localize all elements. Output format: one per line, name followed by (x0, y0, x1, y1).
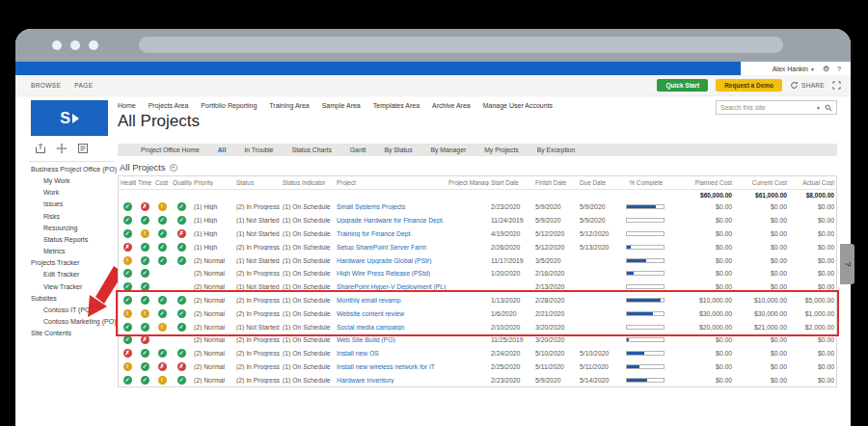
sidebar-item[interactable]: Status Reports (31, 234, 118, 246)
column-header[interactable]: Status Indicator (281, 179, 335, 186)
column-header[interactable]: Cost (153, 179, 171, 186)
table-row[interactable]: ✓✓✓✓(2) Normal(2) In Progress(1) On Sche… (119, 294, 836, 307)
sidebar-item[interactable]: Work (31, 187, 118, 199)
top-nav-link[interactable]: Portfolio Reporting (201, 102, 257, 109)
table-row[interactable]: !✓✓✓(2) Normal(1) Not Started(1) On Sche… (119, 253, 836, 267)
window-control-icon[interactable] (52, 40, 62, 50)
share-button[interactable]: SHARE (790, 81, 825, 90)
sidebar-item[interactable]: Business Project Office (PO) (31, 164, 118, 175)
column-header[interactable]: Finish Date (533, 179, 578, 186)
actual-cost-cell: $0.00 (791, 363, 838, 370)
top-nav-link[interactable]: Templates Area (373, 102, 420, 109)
column-header[interactable]: Due Date (578, 179, 618, 186)
view-tab[interactable]: Gantt (350, 146, 366, 153)
top-nav-link[interactable]: Projects Area (149, 102, 189, 109)
column-header[interactable]: % Complete (618, 179, 674, 186)
table-row[interactable]: !!✓✓(2) Normal(2) In Progress(1) On Sche… (119, 306, 836, 320)
column-header[interactable]: Time (136, 179, 153, 186)
window-control-icon[interactable] (70, 40, 80, 50)
table-row[interactable]: ✗✓✓✓(1) High(2) In Progress(1) On Schedu… (119, 240, 836, 253)
sidebar-item[interactable]: Resourcing (31, 223, 118, 234)
sidebar-item[interactable]: Risks (31, 211, 118, 223)
column-header[interactable]: Current Cost (736, 179, 791, 186)
sidebar-item[interactable]: Site Contents (31, 328, 118, 339)
table-row[interactable]: ✗✓✓✓(2) Normal(2) In Progress(1) On Sche… (119, 347, 836, 360)
column-header[interactable]: Start Date (489, 179, 533, 186)
search-scope-dropdown-icon[interactable]: ▼ (816, 105, 821, 111)
quick-start-button[interactable]: Quick Start (657, 79, 708, 92)
actual-cost-cell: $0.00 (791, 270, 838, 277)
view-tab[interactable]: By Manager (431, 146, 467, 153)
project-link[interactable]: Hardware Inventory (337, 377, 393, 384)
top-nav-link[interactable]: Manage User Accounts (483, 102, 553, 109)
focus-icon[interactable] (832, 81, 841, 90)
check-icon: ✓ (123, 296, 132, 305)
sidebar-item[interactable]: Metrics (31, 246, 118, 257)
user-menu[interactable]: Alex Hankin ▼ (773, 66, 815, 72)
notebook-icon[interactable] (77, 143, 89, 154)
top-nav-link[interactable]: Sample Area (322, 102, 361, 109)
project-link[interactable]: SharePoint Hyper-V Deployment (PL) (337, 283, 446, 290)
column-header[interactable]: Priority (192, 179, 234, 186)
search-icon[interactable] (825, 104, 832, 112)
sharepoint-logo-letter: S (60, 110, 70, 127)
project-link[interactable]: Social media campaign (337, 324, 404, 331)
table-row[interactable]: ✓✓(2) Normal(1) Not Started(1) On Schedu… (119, 280, 836, 294)
view-tab[interactable]: My Projects (484, 146, 519, 153)
ribbon-tab-browse[interactable]: BROWSE (31, 82, 61, 89)
share-upload-icon[interactable] (35, 143, 46, 154)
project-link[interactable]: Hardware Upgrade Global (PStr) (337, 257, 432, 264)
table-row[interactable]: ✓✓✓✓(1) High(1) Not Started(1) On Schedu… (119, 214, 836, 227)
column-header[interactable]: Planned Cost (674, 179, 736, 186)
table-row[interactable]: !✓✗✗(2) Normal(2) In Progress(1) On Sche… (119, 360, 836, 374)
view-tab[interactable]: In Trouble (244, 146, 273, 153)
sidebar-item[interactable]: Issues (31, 199, 118, 210)
top-nav-link[interactable]: Archive Area (432, 102, 471, 109)
help-icon[interactable]: ? (837, 66, 841, 72)
view-tab[interactable]: Project Office Home (141, 146, 200, 153)
finish-date-cell: 2/13/2020 (533, 283, 578, 290)
table-row[interactable]: ✓✗(2) Normal(2) In Progress(1) On Schedu… (119, 333, 836, 347)
column-header[interactable]: Project Manager (447, 179, 489, 186)
table-row[interactable]: ✓!✓✗(1) High(1) Not Started(1) On Schedu… (119, 227, 836, 241)
project-link[interactable]: Install new wireless network for IT (337, 363, 435, 370)
sidebar-item[interactable]: My Work (31, 175, 118, 187)
move-icon[interactable] (56, 143, 68, 154)
view-tab[interactable]: All (218, 146, 227, 153)
search-input[interactable]: Search this site ▼ (716, 100, 837, 115)
view-tab[interactable]: By Status (384, 146, 412, 153)
column-header[interactable]: Status (234, 179, 281, 186)
project-link[interactable]: Install new OS (337, 350, 379, 357)
ribbon-tabs: BROWSE PAGE (31, 82, 93, 89)
progress-bar (626, 364, 665, 369)
project-link[interactable]: High Wire Press Release (PStd) (337, 270, 430, 277)
project-link[interactable]: Monthly email revamp (337, 297, 400, 304)
project-link[interactable]: Training for Finance Dept. (337, 230, 412, 237)
table-row[interactable]: ✓✓!✓(2) Normal(2) In Progress(1) On Sche… (119, 373, 836, 386)
top-nav-link[interactable]: Training Area (269, 102, 309, 109)
column-header[interactable]: Project (335, 179, 447, 186)
feedback-tab[interactable]: ? (840, 244, 854, 284)
gear-icon[interactable]: ⚙ (823, 65, 829, 73)
window-control-icon[interactable] (89, 40, 98, 50)
table-row[interactable]: ✓✗!✓(1) High(2) In Progress(1) On Schedu… (119, 200, 836, 214)
table-row[interactable]: ✓✓!✓(2) Normal(1) Not Started(1) On Sche… (119, 320, 836, 333)
project-link[interactable]: Website content review (337, 310, 404, 317)
top-nav-link[interactable]: Home (118, 102, 136, 109)
view-tab[interactable]: Status Charts (292, 146, 332, 153)
project-link[interactable]: Setup SharePoint Server Farm (337, 244, 426, 251)
column-header[interactable]: Quality (171, 179, 192, 186)
planned-cost-cell: $20,000.00 (674, 324, 736, 331)
check-icon: ✓ (177, 216, 186, 225)
column-header[interactable]: Health (119, 179, 136, 186)
url-bar[interactable] (139, 37, 783, 53)
project-link[interactable]: Upgrade Hardware for Finance Dept. (337, 217, 444, 224)
view-tab[interactable]: By Exception (537, 146, 576, 153)
request-demo-button[interactable]: Request a Demo (716, 79, 782, 92)
project-link[interactable]: Web Site Build (PG) (337, 336, 395, 343)
ribbon-tab-page[interactable]: PAGE (74, 82, 93, 89)
project-link[interactable]: Small Systems Projects (337, 203, 405, 210)
table-row[interactable]: ✓✓(2) Normal(2) In Progress(1) On Schedu… (119, 267, 836, 280)
add-new-icon[interactable]: + (170, 164, 177, 172)
column-header[interactable]: Actual Cost (791, 179, 838, 186)
